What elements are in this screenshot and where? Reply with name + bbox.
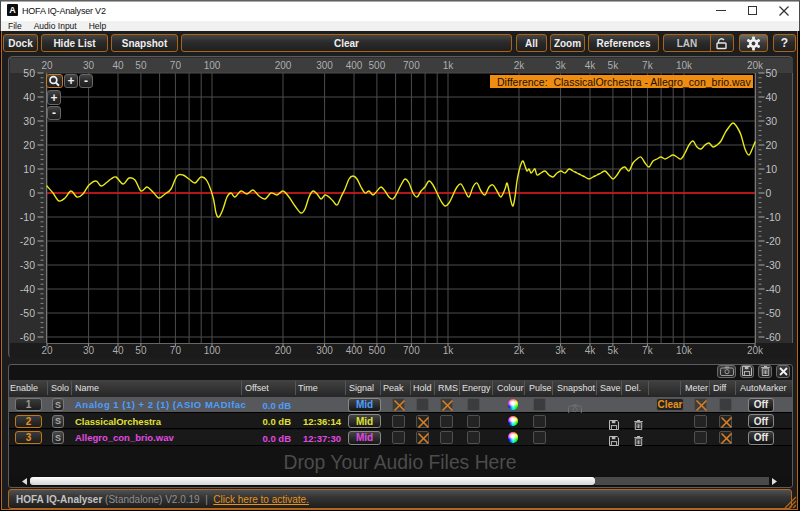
svg-text:-30: -30 — [766, 259, 781, 271]
svg-text:400: 400 — [346, 60, 363, 71]
svg-text:40: 40 — [112, 345, 124, 356]
svg-text:1k: 1k — [443, 60, 455, 71]
svg-text:-40: -40 — [766, 283, 781, 295]
svg-text:3k: 3k — [555, 60, 567, 71]
svg-text:70: 70 — [170, 345, 182, 356]
svg-text:5k: 5k — [608, 60, 620, 71]
svg-text:4k: 4k — [585, 60, 597, 71]
svg-text:-60: -60 — [20, 331, 35, 343]
svg-text:-20: -20 — [766, 235, 781, 247]
svg-text:10k: 10k — [676, 345, 693, 356]
svg-text:20k: 20k — [747, 60, 764, 71]
svg-text:10: 10 — [766, 163, 778, 175]
svg-text:-50: -50 — [20, 307, 35, 319]
svg-text:100: 100 — [204, 60, 221, 71]
svg-text:30: 30 — [23, 115, 35, 127]
svg-text:7k: 7k — [642, 345, 654, 356]
svg-text:200: 200 — [275, 345, 292, 356]
svg-text:0: 0 — [29, 187, 35, 199]
svg-text:4k: 4k — [585, 345, 597, 356]
svg-text:-10: -10 — [766, 211, 781, 223]
svg-text:0: 0 — [766, 187, 772, 199]
svg-text:700: 700 — [403, 345, 420, 356]
svg-text:20k: 20k — [747, 345, 764, 356]
svg-text:20: 20 — [766, 139, 778, 151]
svg-text:2k: 2k — [514, 345, 526, 356]
svg-text:3k: 3k — [555, 345, 567, 356]
svg-text:50: 50 — [766, 67, 778, 79]
svg-text:700: 700 — [403, 60, 420, 71]
svg-text:30: 30 — [766, 115, 778, 127]
svg-text:-10: -10 — [20, 211, 35, 223]
svg-text:200: 200 — [275, 60, 292, 71]
svg-text:50: 50 — [135, 345, 147, 356]
svg-text:1k: 1k — [443, 345, 455, 356]
svg-text:500: 500 — [369, 60, 386, 71]
svg-text:300: 300 — [316, 345, 333, 356]
svg-text:-60: -60 — [766, 331, 781, 343]
svg-text:70: 70 — [170, 60, 182, 71]
svg-text:20: 20 — [41, 345, 53, 356]
svg-text:10: 10 — [23, 163, 35, 175]
svg-text:50: 50 — [23, 67, 35, 79]
svg-text:-30: -30 — [20, 259, 35, 271]
svg-text:50: 50 — [135, 60, 147, 71]
svg-text:-20: -20 — [20, 235, 35, 247]
svg-text:30: 30 — [83, 60, 95, 71]
svg-text:40: 40 — [112, 60, 124, 71]
svg-text:5k: 5k — [608, 345, 620, 356]
svg-text:2k: 2k — [514, 60, 526, 71]
svg-text:30: 30 — [83, 345, 95, 356]
svg-text:300: 300 — [316, 60, 333, 71]
svg-text:20: 20 — [23, 139, 35, 151]
svg-text:100: 100 — [204, 345, 221, 356]
svg-text:20: 20 — [41, 60, 53, 71]
svg-text:-40: -40 — [20, 283, 35, 295]
svg-text:-50: -50 — [766, 307, 781, 319]
svg-text:500: 500 — [369, 345, 386, 356]
svg-text:10k: 10k — [676, 60, 693, 71]
svg-text:40: 40 — [766, 91, 778, 103]
svg-text:400: 400 — [346, 345, 363, 356]
svg-text:7k: 7k — [642, 60, 654, 71]
svg-text:40: 40 — [23, 91, 35, 103]
